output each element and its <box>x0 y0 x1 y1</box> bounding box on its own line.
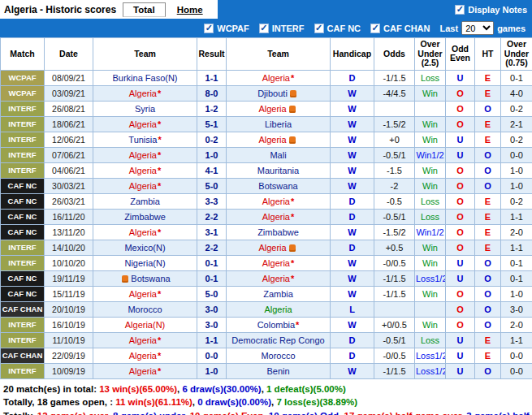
table-row: INTERF14/10/20Mexico(N)2-2AlgeriaD+0.5Wi… <box>1 240 532 255</box>
match-score[interactable]: 1-2 <box>197 101 227 116</box>
tab-total[interactable]: Total <box>123 2 166 17</box>
over-under-25: O <box>446 240 475 255</box>
table-row: CAF NC30/03/21Algeria*5-0BotswanaW-2WinO… <box>1 178 532 193</box>
halftime-score: 3-0 <box>501 301 532 317</box>
team-name: Nigeria(N) <box>124 258 165 268</box>
league-tag: INTERF <box>1 317 45 332</box>
result-letter: W <box>331 255 374 270</box>
halftime-score: 0-0 <box>501 348 532 363</box>
match-score[interactable]: 3-3 <box>197 193 227 209</box>
home-team: Nigeria(N) <box>93 255 197 270</box>
handicap-odds-result: Loss <box>415 193 446 209</box>
match-score[interactable]: 5-0 <box>197 178 227 193</box>
cup-icon <box>289 106 296 113</box>
filter-caf-chan[interactable]: CAF CHAN <box>370 24 430 33</box>
col-odd-even: Odd Even <box>446 38 475 71</box>
last-games-group: Last 20 games <box>440 21 526 35</box>
match-score[interactable]: 4-1 <box>197 162 227 178</box>
filter-wcpaf[interactable]: WCPAF <box>204 24 249 33</box>
summary-segment: 6 draw(s)(30.00%) <box>182 384 261 394</box>
star-icon: * <box>158 335 161 345</box>
league-tag: CAF CHAN <box>1 301 45 317</box>
star-icon: * <box>291 212 294 222</box>
match-score[interactable]: 3-0 <box>197 301 227 317</box>
odd-even: O <box>475 301 501 317</box>
table-row: INTERF10/10/20Nigeria(N)0-1Algeria*W-0/0… <box>1 255 532 270</box>
col-away-team: Team <box>227 38 331 71</box>
match-score[interactable]: 0-1 <box>197 255 227 270</box>
league-tag: INTERF <box>1 147 45 162</box>
home-team: Algeria* <box>93 286 197 301</box>
league-tag: CAF NC <box>1 178 45 193</box>
handicap-value: -0.5/1 <box>374 332 415 348</box>
match-score[interactable]: 0-1 <box>197 270 227 286</box>
result-letter: W <box>331 162 374 178</box>
tab-home[interactable]: Home <box>177 5 203 15</box>
table-row: CAF NC13/11/20Algeria*3-1ZimbabweW-1.5/2… <box>1 224 532 240</box>
filter-caf-nc[interactable]: CAF NC <box>314 24 361 33</box>
star-icon: * <box>158 89 161 98</box>
display-notes-checkbox[interactable] <box>455 5 465 15</box>
star-icon: * <box>158 119 161 129</box>
table-row: WCPAF03/09/21Algeria*8-0DjiboutiW-4/4.5W… <box>1 85 532 101</box>
odd-even: O <box>475 101 501 116</box>
handicap-value: -0/0.5 <box>374 255 415 270</box>
odd-even: E <box>475 193 501 209</box>
away-team: Algeria <box>227 301 331 317</box>
interf-checkbox[interactable] <box>259 24 269 33</box>
odd-even: E <box>475 224 501 240</box>
home-team: Algeria* <box>93 224 197 240</box>
handicap-odds-result: Win <box>415 317 446 332</box>
handicap-value: -2 <box>374 178 415 193</box>
league-tag: INTERF <box>1 255 45 270</box>
handicap-value: -1/1.5 <box>374 70 415 85</box>
match-date: 11/10/19 <box>45 332 93 348</box>
away-team: Zambia <box>227 286 331 301</box>
handicap-value: -4/4.5 <box>374 85 415 101</box>
cup-icon <box>122 275 128 283</box>
match-date: 10/10/20 <box>45 255 93 270</box>
halftime-score: 2-0 <box>501 317 532 332</box>
handicap-value: +0.5 <box>374 240 415 255</box>
match-score[interactable]: 8-0 <box>197 85 227 101</box>
last-games-select[interactable]: 20 <box>461 21 494 35</box>
team-name: Algeria <box>262 274 290 283</box>
home-team: Zambia <box>93 193 197 209</box>
display-notes-toggle[interactable]: Display Notes <box>455 5 527 15</box>
match-score[interactable]: 1-1 <box>197 70 227 85</box>
caf-nc-checkbox[interactable] <box>314 24 324 33</box>
star-icon: * <box>158 366 161 376</box>
away-team: Liberia <box>227 116 331 132</box>
match-score[interactable]: 3-0 <box>197 317 227 332</box>
match-score[interactable]: 2-2 <box>197 240 227 255</box>
match-score[interactable]: 1-0 <box>197 363 227 378</box>
match-score[interactable]: 3-1 <box>197 224 227 240</box>
halftime-score: 1-1 <box>501 332 532 348</box>
match-date: 30/03/21 <box>45 178 93 193</box>
match-score[interactable]: 2-2 <box>197 209 227 224</box>
over-under-25: U <box>446 132 475 147</box>
match-score[interactable]: 0-0 <box>197 348 227 363</box>
match-score[interactable]: 5-1 <box>197 116 227 132</box>
handicap-value: -0.5/1 <box>374 147 415 162</box>
handicap-odds-result: Win <box>415 178 446 193</box>
caf-chan-checkbox[interactable] <box>370 24 380 33</box>
home-team: Algeria* <box>93 348 197 363</box>
team-name: Algeria <box>129 335 157 345</box>
games-label: games <box>497 24 526 33</box>
match-score[interactable]: 5-0 <box>197 286 227 301</box>
match-score[interactable]: 1-0 <box>197 147 227 162</box>
summary-segment: 20 match(es) in total: <box>3 384 99 394</box>
col-match: Match <box>1 38 45 71</box>
col-result: Result <box>197 38 227 71</box>
team-name: Algeria <box>129 366 157 376</box>
home-team: Syria <box>93 101 197 116</box>
summary-segment: Totally, <box>3 411 37 415</box>
filter-interf[interactable]: INTERF <box>259 24 305 33</box>
match-score[interactable]: 1-1 <box>197 332 227 348</box>
handicap-odds-result: Win <box>415 240 446 255</box>
wcpaf-checkbox[interactable] <box>204 24 214 33</box>
league-tag: INTERF <box>1 116 45 132</box>
home-team: Algeria* <box>93 162 197 178</box>
match-score[interactable]: 0-2 <box>197 132 227 147</box>
